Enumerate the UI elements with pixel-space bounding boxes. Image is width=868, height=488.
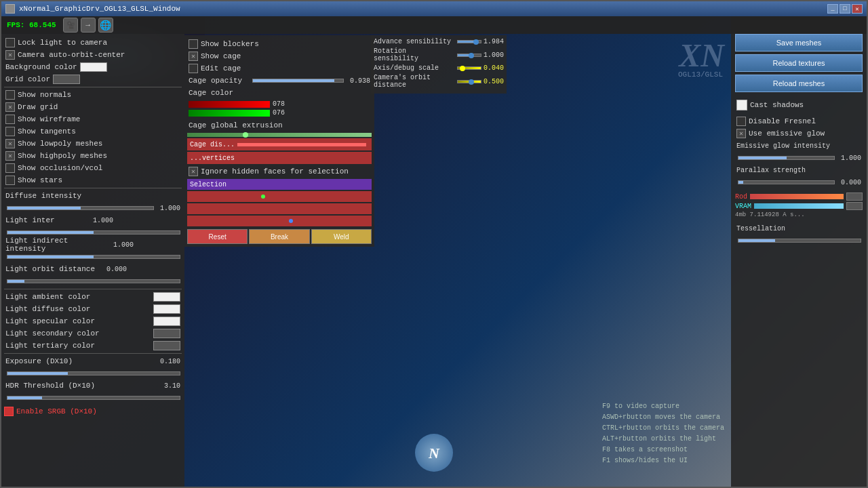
nav-arrow-icon[interactable]: → bbox=[81, 18, 96, 33]
light-secondary-color[interactable] bbox=[153, 329, 180, 338]
disable-fresnel-checkbox[interactable] bbox=[736, 117, 746, 126]
green-color-bar[interactable] bbox=[189, 110, 270, 117]
exposure-slider[interactable] bbox=[7, 371, 180, 375]
close-button[interactable]: ✕ bbox=[852, 4, 863, 14]
reload-textures-button[interactable]: Reload textures bbox=[735, 54, 863, 72]
tessellation-slider[interactable] bbox=[738, 239, 861, 243]
camera-orbit-checkbox[interactable]: ✕ bbox=[5, 50, 15, 60]
rod-row: Rod bbox=[735, 192, 863, 201]
weld-button[interactable]: Weld bbox=[311, 229, 372, 244]
light-diffuse-row: Light diffuse color bbox=[4, 303, 182, 315]
light-indirect-row: Light indirect intensity 1.000 bbox=[4, 239, 182, 251]
ogl-label: OGL13/GLSL bbox=[678, 70, 723, 79]
reset-button[interactable]: Reset bbox=[187, 229, 248, 244]
show-lowpoly-checkbox[interactable]: ✕ bbox=[5, 139, 15, 148]
maximize-button[interactable]: □ bbox=[840, 4, 850, 14]
cage-sub-slider1[interactable] bbox=[187, 191, 372, 202]
show-highpoly-checkbox[interactable]: ✕ bbox=[5, 151, 15, 161]
show-normals-checkbox[interactable] bbox=[5, 90, 15, 100]
cage-dist-slider[interactable] bbox=[237, 143, 366, 146]
cage-opacity-label: Cage opacity bbox=[189, 77, 250, 85]
sensibility-panel: Advance sensibility 1.984 Rotation sensi… bbox=[371, 35, 507, 94]
parallax-slider[interactable] bbox=[738, 180, 835, 184]
cage-opacity-slider[interactable] bbox=[252, 79, 344, 83]
lock-light-checkbox[interactable] bbox=[5, 38, 15, 47]
vram-detail: 4mb 7.114928 A s... bbox=[735, 211, 863, 218]
cage-sub-slider2[interactable] bbox=[187, 203, 372, 214]
grid-color-picker[interactable] bbox=[53, 75, 80, 84]
light-tertiary-row: Light tertiary color bbox=[4, 340, 182, 352]
cast-shadows-label: Cast shadows bbox=[750, 101, 804, 109]
reload-meshes-button[interactable]: Reload meshes bbox=[735, 75, 863, 92]
info-line-4: ALT+rbutton orbits the light bbox=[602, 434, 724, 445]
save-meshes-button[interactable]: Save meshes bbox=[735, 34, 863, 52]
cage-sub-slider3[interactable] bbox=[187, 216, 372, 226]
advance-sensibility-value: 1.984 bbox=[484, 38, 504, 45]
use-emissive-checkbox[interactable]: ✕ bbox=[736, 129, 746, 138]
ignore-hidden-checkbox[interactable]: ✕ bbox=[189, 167, 198, 176]
show-blockers-label: Show blockers bbox=[201, 40, 259, 48]
show-cage-checkbox[interactable]: ✕ bbox=[189, 52, 198, 61]
light-ambient-color[interactable] bbox=[153, 292, 180, 302]
light-indirect-slider[interactable] bbox=[7, 255, 180, 259]
advance-sensibility-slider[interactable] bbox=[457, 40, 481, 43]
selection-bar: Selection bbox=[187, 179, 372, 190]
light-indirect-value: 1.000 bbox=[110, 241, 134, 249]
camera-orbit-dist-row: Camera's orbit distance 0.500 bbox=[374, 74, 504, 89]
light-secondary-row: Light secondary color bbox=[4, 327, 182, 340]
light-tertiary-color[interactable] bbox=[153, 341, 180, 350]
show-stars-label: Show stars bbox=[18, 176, 62, 184]
light-orbit-row: Light orbit distance 0.000 bbox=[4, 263, 182, 275]
vram-input[interactable] bbox=[846, 202, 863, 210]
show-tangents-checkbox[interactable] bbox=[5, 127, 15, 136]
cage-extrusion-slider[interactable] bbox=[187, 133, 372, 137]
show-wireframe-checkbox[interactable] bbox=[5, 115, 15, 124]
axis-debug-slider[interactable] bbox=[457, 66, 481, 70]
emissive-slider[interactable] bbox=[738, 156, 835, 160]
right-panel: Save meshes Reload textures Reload meshe… bbox=[731, 16, 867, 488]
enable-srgb-label[interactable]: Enable SRGB (D×10) bbox=[16, 407, 97, 415]
hdr-label: HDR Threshold (D×10) bbox=[5, 382, 154, 390]
show-blockers-checkbox[interactable] bbox=[189, 39, 198, 49]
draw-grid-label: Draw grid bbox=[18, 103, 58, 111]
fps-display: FPS: 68.545 bbox=[7, 21, 56, 29]
show-wireframe-label: Show wireframe bbox=[18, 115, 80, 123]
camera-orbit-dist-slider[interactable] bbox=[457, 80, 481, 83]
globe-icon[interactable]: 🌐 bbox=[98, 18, 113, 33]
show-lowpoly-row: ✕ Show lowpoly meshes bbox=[4, 138, 182, 150]
light-indirect-label: Light indirect intensity bbox=[5, 237, 107, 253]
action-buttons: Reset Break Weld bbox=[187, 229, 372, 244]
minimize-button[interactable]: _ bbox=[827, 4, 838, 14]
cage-extrusion-label: Cage global extrusion bbox=[189, 121, 283, 129]
parallax-label: Parallax strength bbox=[736, 167, 861, 174]
tessellation-row: Tessellation bbox=[735, 222, 863, 235]
rotation-sensibility-label: Rotation sensibility bbox=[374, 47, 455, 62]
red-color-bar[interactable] bbox=[189, 101, 270, 108]
rod-input[interactable] bbox=[846, 192, 863, 201]
cage-opacity-row: Cage opacity 0.938 bbox=[187, 75, 372, 87]
camera-icon[interactable]: 🎥 bbox=[63, 18, 78, 33]
edit-cage-row: Edit cage bbox=[187, 62, 372, 75]
cast-shadows-checkbox[interactable] bbox=[736, 100, 747, 110]
emissive-value: 1.000 bbox=[837, 155, 861, 162]
show-stars-checkbox[interactable] bbox=[5, 176, 15, 185]
disable-fresnel-label: Disable Fresnel bbox=[749, 117, 816, 125]
parallax-row: Parallax strength bbox=[735, 164, 863, 176]
use-emissive-row: ✕ Use emissive glow bbox=[735, 127, 863, 140]
tessellation-slider-row bbox=[735, 235, 863, 247]
light-specular-color[interactable] bbox=[153, 317, 180, 326]
break-button[interactable]: Break bbox=[249, 229, 309, 244]
show-occlusion-checkbox[interactable] bbox=[5, 163, 15, 173]
bg-color-picker[interactable] bbox=[80, 62, 107, 72]
show-highpoly-label: Show highpoly meshes bbox=[18, 152, 107, 160]
light-orbit-slider[interactable] bbox=[7, 279, 180, 283]
light-diffuse-color[interactable] bbox=[153, 304, 180, 314]
draw-grid-checkbox[interactable]: ✕ bbox=[5, 102, 15, 112]
light-inter-slider[interactable] bbox=[7, 230, 180, 235]
hdr-slider[interactable] bbox=[7, 396, 180, 400]
edit-cage-checkbox[interactable] bbox=[189, 64, 198, 73]
diffuse-intensity-slider[interactable] bbox=[7, 206, 154, 210]
show-highpoly-row: ✕ Show highpoly meshes bbox=[4, 150, 182, 162]
rotation-sensibility-slider[interactable] bbox=[457, 54, 481, 57]
info-line-2: ASWD+rbutton moves the camera bbox=[602, 412, 724, 423]
